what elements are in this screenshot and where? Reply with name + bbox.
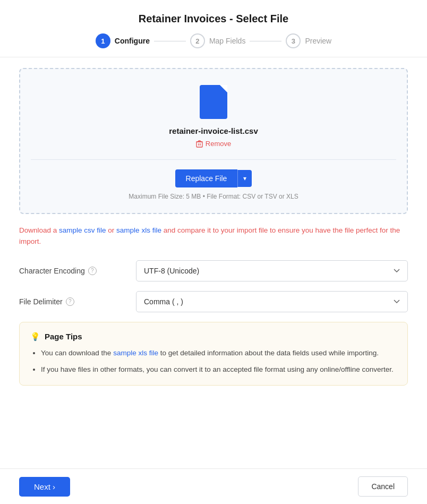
delimiter-select[interactable]: Comma ( , ) Tab Semicolon ( ; ) Pipe ( |… [136, 291, 408, 312]
tip1-link[interactable]: sample xls file [113, 349, 158, 357]
page-tips: 💡 Page Tips You can download the sample … [19, 322, 408, 386]
file-info: Maximum File Size: 5 MB • File Format: C… [129, 193, 298, 200]
step-1: 1 Configure [96, 33, 150, 48]
replace-file-button[interactable]: Replace File [175, 169, 238, 187]
tip1-prefix: You can download the [41, 349, 113, 357]
tip-item-1: You can download the sample xls file to … [41, 348, 397, 359]
svg-rect-0 [197, 142, 202, 147]
sample-csv-link[interactable]: sample csv file [59, 226, 106, 234]
next-button[interactable]: Next › [19, 477, 70, 497]
step-3-label: Preview [305, 37, 331, 45]
tip1-suffix: to get detailed information about the da… [158, 349, 379, 357]
info-text: Download a sample csv file or sample xls… [19, 225, 408, 247]
remove-label: Remove [206, 140, 231, 148]
step-line-1 [154, 41, 186, 41]
encoding-help-icon[interactable]: ? [88, 267, 97, 275]
tips-list: You can download the sample xls file to … [30, 348, 397, 375]
step-line-2 [250, 41, 281, 41]
page-header: Retainer Invoices - Select File 1 Config… [0, 0, 427, 57]
step-3-circle: 3 [286, 33, 301, 48]
page-content: retainer-invoice-list.csv Remove Replace… [0, 57, 427, 428]
tips-title: 💡 Page Tips [30, 332, 397, 341]
remove-button[interactable]: Remove [196, 140, 231, 148]
tips-emoji: 💡 [30, 332, 40, 341]
replace-btn-wrap: Replace File ▾ [175, 169, 252, 187]
encoding-row: Character Encoding ? UTF-8 (Unicode) UTF… [19, 260, 408, 281]
replace-file-dropdown-button[interactable]: ▾ [237, 170, 252, 187]
step-3: 3 Preview [286, 33, 331, 48]
encoding-label: Character Encoding ? [19, 267, 125, 275]
encoding-select[interactable]: UTF-8 (Unicode) UTF-16 ISO-8859-1 Window… [136, 260, 408, 281]
sample-xls-link[interactable]: sample xls file [116, 226, 161, 234]
step-2-circle: 2 [190, 33, 205, 48]
bottom-bar: Next › Cancel [0, 468, 427, 504]
info-prefix: Download a [19, 226, 59, 234]
replace-section: Replace File ▾ Maximum File Size: 5 MB •… [31, 169, 396, 200]
info-middle: or [106, 226, 117, 234]
file-name: retainer-invoice-list.csv [31, 126, 396, 135]
step-2: 2 Map Fields [190, 33, 245, 48]
delimiter-help-icon[interactable]: ? [66, 297, 74, 306]
stepper: 1 Configure 2 Map Fields 3 Preview [0, 33, 427, 48]
upload-box: retainer-invoice-list.csv Remove Replace… [19, 68, 408, 214]
tip-item-2: If you have files in other formats, you … [41, 364, 397, 375]
delimiter-label: File Delimiter ? [19, 297, 125, 306]
step-2-label: Map Fields [209, 37, 245, 45]
cancel-button[interactable]: Cancel [358, 476, 408, 497]
step-1-label: Configure [115, 37, 150, 45]
delimiter-row: File Delimiter ? Comma ( , ) Tab Semicol… [19, 291, 408, 312]
tips-title-text: Page Tips [45, 332, 82, 341]
file-icon [200, 85, 227, 119]
page-title: Retainer Invoices - Select File [0, 13, 427, 25]
trash-icon [196, 140, 203, 148]
divider [31, 159, 396, 160]
step-1-circle: 1 [96, 33, 110, 48]
